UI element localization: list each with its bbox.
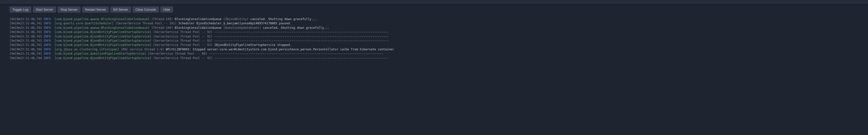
log-logger: [com.bjond.pipeline.queue.BlockingConsol… xyxy=(55,17,150,21)
log-message-dim: (IBjondEntity) xyxy=(222,17,250,21)
log-message: Scheduler BjondScheduler_$_benjamilynnsm… xyxy=(177,21,291,25)
hide-button[interactable]: Hide xyxy=(160,6,173,13)
log-message: ----------------------------------------… xyxy=(214,30,389,34)
log-timestamp: 23:31:48,743 xyxy=(20,35,42,38)
toolbar: Toggle Log Start Server Stop Server Rest… xyxy=(0,4,868,15)
log-message-dim: (QuestionUpdateEvent) xyxy=(222,26,263,30)
log-message: ----------------------------------------… xyxy=(214,35,389,38)
top-panel-spacer xyxy=(0,0,868,4)
log-timestamp: 23:31:48,744 xyxy=(20,56,42,60)
log-prefix: [0m[0m xyxy=(9,56,20,60)
log-logger: [com.bjond.pipeline.BjondEntityPipelineS… xyxy=(55,43,152,47)
log-timestamp: 23:31:48,743 xyxy=(20,30,42,34)
log-message: ----------------------------------------… xyxy=(214,39,389,42)
log-prefix: [0m[0m xyxy=(9,30,20,34)
log-logger: [com.bjond.pipeline.queue.BlockingConsol… xyxy=(55,26,150,30)
log-message: ----------------------------------------… xyxy=(214,56,389,60)
log-logger: [com.bjond.pipeline.BjondEntityPipelineS… xyxy=(55,39,152,42)
log-message: BlockingConsolidationQueue xyxy=(175,17,222,21)
log-level: INFO xyxy=(43,17,51,21)
log-prefix: [0m[0m xyxy=(9,52,20,55)
toggle-log-button[interactable]: Toggle Log xyxy=(9,6,31,13)
log-level: INFO xyxy=(43,21,51,25)
restart-server-button[interactable]: Restart Server xyxy=(82,6,109,13)
log-prefix: [0m[0m xyxy=(9,21,20,25)
log-line: [0m[0m23:31:48,743 INFO [com.bjond.pipel… xyxy=(9,26,859,30)
log-prefix: [0m[0m xyxy=(9,48,20,51)
log-timestamp: 23:31:48,743 xyxy=(20,52,42,55)
log-thread: (ServerService Thread Pool -- 92) xyxy=(153,43,212,47)
log-prefix: [0m[0m xyxy=(9,43,20,47)
log-timestamp: 23:31:48,743 xyxy=(20,39,42,42)
log-timestamp: 23:31:48,743 xyxy=(20,17,42,21)
log-timestamp: 23:31:48,742 xyxy=(20,21,42,25)
kill-server-button[interactable]: Kill Server xyxy=(110,6,131,13)
log-logger: [com.bjond.pipeline.QuestionPipelineStar… xyxy=(55,52,146,55)
log-timestamp: 23:31:48,743 xyxy=(20,26,42,30)
log-logger: [com.bjond.pipeline.BjondEntityPipelineS… xyxy=(55,56,152,60)
log-line: [0m[0m23:31:48,743 INFO [com.bjond.pipel… xyxy=(9,30,859,34)
log-logger: [org.jboss.as.clustering.infinispan] xyxy=(55,48,119,51)
log-thread: (Thread-105) xyxy=(152,17,173,21)
log-level: INFO xyxy=(43,39,51,42)
log-thread: (MSC service thread 1-6) xyxy=(121,48,164,51)
start-server-button[interactable]: Start Server xyxy=(33,6,56,13)
log-message: ----------------------------------------… xyxy=(209,52,383,55)
log-thread: (Thread-104) xyxy=(152,26,173,30)
log-level: INFO xyxy=(43,56,51,60)
log-line: [0m[0m23:31:48,743 INFO [com.bjond.pipel… xyxy=(9,43,859,47)
log-message: BlockingConsolidationQueue xyxy=(175,26,222,30)
log-line: [0m[0m23:31:48,743 INFO [com.bjond.pipel… xyxy=(9,39,859,43)
console-log-area[interactable]: [0m[0m23:31:48,743 INFO [com.bjond.pipel… xyxy=(0,15,868,65)
log-message: canceled. Shutting down gracefully... xyxy=(263,26,329,30)
log-line: [0m[0m23:31:48,743 INFO [com.bjond.pipel… xyxy=(9,17,859,21)
log-line: [0m[0m23:31:48,743 INFO [com.bjond.pipel… xyxy=(9,35,859,39)
log-line: [0m[0m23:31:48,744 INFO [com.bjond.pipel… xyxy=(9,56,859,60)
log-timestamp: 23:31:48,744 xyxy=(20,48,42,51)
log-thread: (ServerService Thread Pool -- 88) xyxy=(148,52,207,55)
log-message: canceled. Shutting down gracefully... xyxy=(250,17,317,21)
log-prefix: [0m[0m xyxy=(9,17,20,21)
log-level: INFO xyxy=(43,30,51,34)
log-message: WFLYCLINF0003: Stopped server-core.war#i… xyxy=(166,48,394,51)
log-logger: [org.quartz.core.QuartzScheduler] xyxy=(55,21,114,25)
log-prefix: [0m[0m xyxy=(9,35,20,38)
log-level: INFO xyxy=(43,35,51,38)
log-level: INFO xyxy=(43,43,51,47)
log-level: INFO xyxy=(43,26,51,30)
log-thread: (ServerService Thread Pool -- 101) xyxy=(115,21,177,25)
log-line: [0m[0m23:31:48,744 INFO [org.jboss.as.cl… xyxy=(9,47,859,52)
log-prefix: [0m[0m xyxy=(9,26,20,30)
log-thread: (ServerService Thread Pool -- 92) xyxy=(153,35,212,38)
log-thread: (ServerService Thread Pool -- 92) xyxy=(153,56,212,60)
log-level: INFO xyxy=(43,48,51,51)
log-logger: [com.bjond.pipeline.BjondEntityPipelineS… xyxy=(55,30,152,34)
clear-console-button[interactable]: Clear Console xyxy=(132,6,159,13)
stop-server-button[interactable]: Stop Server xyxy=(58,6,81,13)
log-level: INFO xyxy=(43,52,51,55)
log-line: [0m[0m23:31:48,743 INFO [com.bjond.pipel… xyxy=(9,52,859,56)
log-prefix: [0m[0m xyxy=(9,39,20,42)
log-thread: (ServerService Thread Pool -- 92) xyxy=(153,39,212,42)
log-message: IBjondEntityPipelineStartupService stopp… xyxy=(214,43,292,47)
log-logger: [com.bjond.pipeline.BjondEntityPipelineS… xyxy=(55,35,152,38)
log-line: [0m[0m23:31:48,742 INFO [org.quartz.core… xyxy=(9,21,859,26)
log-timestamp: 23:31:48,743 xyxy=(20,43,42,47)
log-thread: (ServerService Thread Pool -- 92) xyxy=(153,30,212,34)
